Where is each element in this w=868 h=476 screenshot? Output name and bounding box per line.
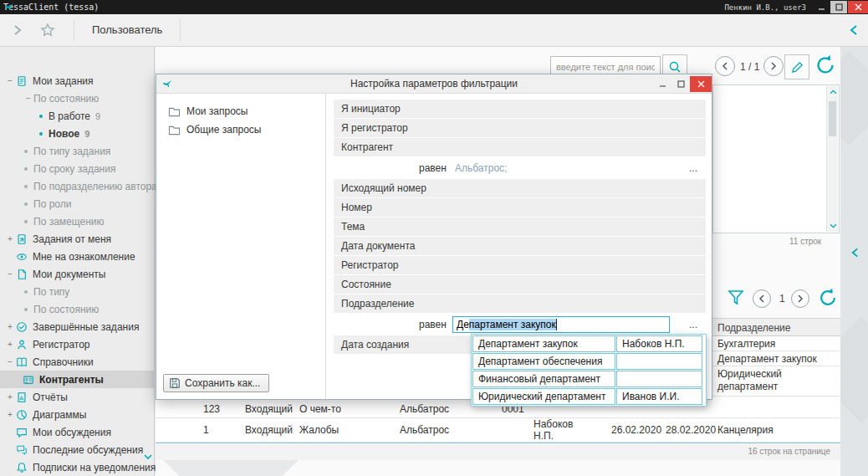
contractor-condition-value[interactable]: Альбатрос; bbox=[455, 162, 507, 174]
next-page-button-bottom[interactable] bbox=[791, 289, 809, 308]
dialog-close-button[interactable] bbox=[690, 76, 712, 92]
contractor-condition-row: равен Альбатрос; ... bbox=[334, 157, 706, 179]
page-indicator-bottom: 1 bbox=[779, 293, 785, 305]
sidebar-item-new[interactable]: Новое 9 bbox=[0, 125, 154, 142]
sidebar-item-my-documents[interactable]: − Мои документы bbox=[0, 265, 154, 283]
field-registrar[interactable]: Регистратор bbox=[334, 256, 706, 274]
collapse-icon[interactable]: − bbox=[5, 76, 15, 85]
contractor-more-button[interactable]: ... bbox=[684, 162, 702, 174]
field-i-am-initiator[interactable]: Я инициатор bbox=[334, 100, 706, 118]
expand-icon[interactable]: + bbox=[5, 410, 15, 419]
bullet-icon bbox=[24, 185, 28, 188]
condition-operator: равен bbox=[419, 319, 447, 330]
prev-page-button[interactable] bbox=[715, 56, 735, 76]
expand-icon[interactable]: + bbox=[5, 322, 15, 331]
save-as-button[interactable]: Сохранить как... bbox=[163, 374, 269, 392]
sidebar-item-my-tasks[interactable]: − Мои задания bbox=[0, 72, 154, 90]
expand-icon[interactable]: + bbox=[5, 340, 15, 349]
window-maximize-button[interactable] bbox=[830, 1, 847, 13]
dropdown-option-person[interactable]: Иванов И.И. bbox=[616, 388, 702, 405]
sidebar-item-docs-by-type[interactable]: По типу bbox=[0, 283, 154, 300]
app-logo-bird-icon bbox=[4, 3, 14, 12]
department-filter-input[interactable]: Департамент закупок bbox=[452, 316, 670, 333]
sidebar-item-by-task-type[interactable]: По типу задания bbox=[0, 142, 154, 160]
field-state[interactable]: Состояние bbox=[334, 275, 706, 294]
sidebar-item-by-substitution[interactable]: По замещению bbox=[0, 212, 154, 230]
sidebar-item-docs-by-state[interactable]: По состоянию bbox=[0, 300, 154, 318]
edit-button[interactable] bbox=[784, 54, 809, 79]
sidebar-item-contractors[interactable]: Контрагенты bbox=[0, 371, 154, 388]
sidebar-item-registrar[interactable]: + Регистратор bbox=[0, 335, 154, 353]
bullet-icon bbox=[24, 202, 28, 206]
dropdown-option-name[interactable]: Юридический департамент bbox=[472, 388, 615, 405]
right-backdrop bbox=[840, 14, 868, 476]
sidebar-item-by-role[interactable]: По роли bbox=[0, 195, 154, 212]
dropdown-option-name[interactable]: Департамент обеспечения bbox=[472, 353, 615, 370]
count-badge: 9 bbox=[95, 111, 100, 121]
vertical-scrollbar[interactable] bbox=[826, 86, 838, 232]
dialog-maximize-button[interactable] bbox=[671, 76, 690, 92]
sidebar-scroll-down-icon[interactable] bbox=[144, 453, 152, 460]
refresh-button-bottom[interactable] bbox=[816, 286, 840, 310]
pie-chart-icon bbox=[16, 409, 28, 421]
folder-shared-queries[interactable]: Общие запросы bbox=[156, 120, 325, 139]
prev-page-button-bottom[interactable] bbox=[753, 289, 771, 308]
folder-my-queries[interactable]: Мои запросы bbox=[156, 102, 325, 120]
field-document-date[interactable]: Дата документа bbox=[334, 237, 706, 255]
expand-icon[interactable]: + bbox=[5, 234, 15, 243]
sidebar-item-for-my-review[interactable]: Мне на ознакомление bbox=[0, 248, 154, 265]
dialog-titlebar[interactable]: Настройка параметров фильтрации bbox=[156, 74, 712, 94]
sidebar-item-diagrams[interactable]: + Диаграммы bbox=[0, 406, 154, 423]
field-i-am-registrar[interactable]: Я регистратор bbox=[334, 119, 706, 137]
queries-tree-panel: Мои запросы Общие запросы bbox=[156, 94, 326, 399]
collapse-icon[interactable]: − bbox=[23, 94, 33, 103]
window-minimize-button[interactable] bbox=[813, 1, 830, 13]
bullet-icon bbox=[24, 150, 28, 153]
dropdown-option-name[interactable]: Финансовый департамент bbox=[472, 371, 615, 387]
sidebar-item-recent-discussions[interactable]: Последние обсуждения bbox=[0, 441, 154, 458]
sidebar-item-by-state[interactable]: − По состоянию bbox=[0, 90, 154, 107]
dropdown-option-person[interactable] bbox=[616, 353, 702, 370]
sidebar-item-by-task-term[interactable]: По сроку задания bbox=[0, 160, 154, 177]
favorites-star-icon[interactable] bbox=[37, 19, 59, 41]
sidebar-item-completed-tasks[interactable]: + Завершённые задания bbox=[0, 318, 154, 335]
department-more-button[interactable]: ... bbox=[684, 319, 702, 330]
field-number[interactable]: Номер bbox=[334, 198, 706, 217]
sidebar-item-by-author-department[interactable]: По подразделению автора bbox=[0, 177, 154, 195]
sidebar-item-my-discussions[interactable]: Мои обсуждения bbox=[0, 423, 154, 441]
sidebar-item-dictionaries[interactable]: − Справочники bbox=[0, 353, 154, 371]
refresh-button[interactable] bbox=[813, 53, 838, 78]
chat-bubbles-icon bbox=[16, 444, 28, 456]
next-page-button[interactable] bbox=[763, 56, 784, 76]
expand-icon[interactable]: + bbox=[5, 392, 15, 402]
sidebar-item-in-progress[interactable]: В работе 9 bbox=[0, 107, 154, 125]
dropdown-option-person[interactable] bbox=[616, 371, 702, 387]
scroll-down-icon[interactable] bbox=[827, 220, 839, 232]
dropdown-option-name[interactable]: Департамент закупок bbox=[472, 335, 615, 352]
sidebar-item-reports[interactable]: + Отчёты bbox=[0, 388, 154, 406]
field-contractor[interactable]: Контрагент bbox=[334, 138, 706, 156]
rows-per-page-label: 16 строк на странице bbox=[748, 447, 830, 456]
collapse-icon[interactable]: − bbox=[5, 357, 15, 366]
text-caret bbox=[556, 319, 557, 330]
dialog-minimize-button[interactable] bbox=[653, 76, 671, 92]
sidebar-item-tasks-from-me[interactable]: + Задания от меня bbox=[0, 230, 154, 248]
bell-icon bbox=[16, 462, 28, 473]
field-subject[interactable]: Тема bbox=[334, 218, 706, 236]
condition-operator: равен bbox=[419, 162, 447, 174]
sidebar-item-notification-subscriptions[interactable]: Подписки на уведомления bbox=[0, 458, 154, 476]
selected-text: партамент закупок bbox=[469, 319, 556, 330]
filter-funnel-icon[interactable] bbox=[726, 288, 746, 308]
table-row[interactable]: 1 Входящий Жалобы Альбатрос Набоков Н.П.… bbox=[156, 418, 840, 443]
dialog-title: Настройка параметров фильтрации bbox=[156, 78, 712, 90]
collapse-icon[interactable]: − bbox=[5, 269, 15, 279]
forward-nav-button[interactable] bbox=[7, 19, 28, 41]
field-outgoing-number[interactable]: Исходящий номер bbox=[334, 179, 706, 197]
dropdown-option-person[interactable]: Набоков Н.П. bbox=[616, 335, 702, 352]
field-department[interactable]: Подразделение bbox=[334, 294, 706, 313]
scrollbar-thumb[interactable] bbox=[829, 101, 836, 136]
collapse-panel-chevron-icon[interactable] bbox=[850, 247, 860, 258]
window-close-button[interactable] bbox=[848, 1, 868, 13]
scroll-up-icon[interactable] bbox=[827, 86, 839, 98]
collapse-right-panel-icon[interactable] bbox=[843, 19, 865, 41]
